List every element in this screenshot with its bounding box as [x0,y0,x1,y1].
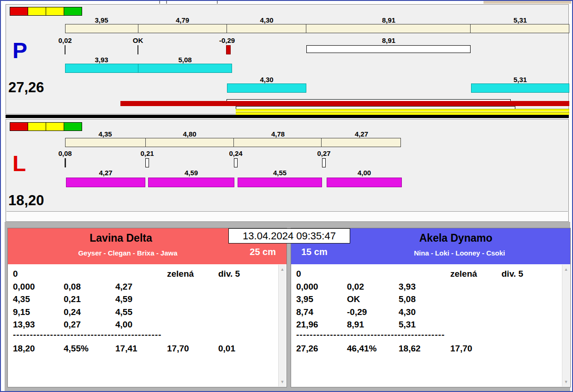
table-cell: 0 [13,269,18,279]
status-lights [10,122,82,131]
team-name: Lavina Delta [8,232,234,244]
table-cell: 0 [296,269,301,279]
ruler-segment [66,138,146,147]
fault-marker [226,45,231,54]
table-cell: 5,08 [399,294,416,304]
split-label: -0,29 [213,37,241,44]
light-green [64,7,82,16]
race-timestamp: 13.04.2024 09:35:47 [228,228,350,244]
table-summary-cell: 18,20 [13,344,35,354]
table-cell: 5,31 [399,320,416,330]
leg-time-label: 5,08 [138,56,232,64]
leg-time-bar [148,178,234,187]
ruler-segment [471,24,569,33]
scroll-up-icon[interactable]: ▲ [279,266,286,273]
table-cell: -0,29 [347,307,367,317]
table-cell: 3,95 [296,294,313,304]
ruler-segment [306,24,471,33]
ruler-segment-label: 3,95 [65,17,138,24]
window-fragment-tick [166,1,167,4]
leg-time-bar [227,83,306,93]
split-tick [65,158,66,167]
table-cell: 0,24 [64,307,81,317]
table-cell: 0,27 [64,320,81,330]
light-yellow [28,7,46,16]
light-yellow [46,7,64,16]
leg-time-bar [327,178,402,187]
table-summary-cell: 0,01 [218,344,235,354]
status-lights [10,7,82,16]
table-cell: 13,93 [13,320,35,330]
lane-l-substrip [6,211,568,221]
light-red [10,122,28,131]
progress-red-bar [120,101,569,106]
table-cell: 0,000 [296,282,318,292]
window-fragment-tick [159,1,160,4]
table-cell: 0,02 [347,282,364,292]
split-tick [137,45,138,54]
ruler-segment-label: 4,30 [227,17,306,24]
light-yellow [28,122,46,131]
ruler-segment-label: 4,27 [322,131,401,138]
table-cell: div. 5 [218,269,240,279]
table-summary-cell: 17,70 [450,344,472,354]
light-yellow [46,122,64,131]
ruler-segment-label: 4,78 [234,131,322,138]
ruler-segment [234,138,322,147]
left-team-panel: Lavina Delta Geyser - Clegan - Brixa - J… [7,228,287,387]
ruler-segment-label: 4,79 [138,17,227,24]
leg-time-bar [138,64,232,73]
table-cell: 4,27 [115,282,132,292]
window-fragment [483,1,571,4]
lane-l-letter: L [12,153,26,175]
lane-l-panel: 4,35 4,80 4,78 4,27 0,08 0,21 0,24 0,27 … [6,119,569,222]
ruler-segment [322,138,400,147]
window-top-strip [1,1,572,4]
table-separator: ----------------------------------------… [13,330,161,340]
jump-height-label: 25 cm [250,247,276,257]
table-cell: 8,74 [296,307,313,317]
table-summary-cell: 27,26 [296,344,318,354]
table-summary-cell: 4,55% [64,344,89,354]
cumulative-time-ruler [65,24,569,33]
light-red [10,7,28,16]
cumulative-time-ruler [65,138,401,147]
leg-time-label: 3,93 [65,56,138,64]
table-cell: 0,21 [64,294,81,304]
ruler-segment [227,24,306,33]
table-summary-cell: 46,41% [347,344,376,354]
split-label: 0,02 [51,37,79,44]
table-cell: 9,15 [13,307,30,317]
table-cell: 3,93 [399,282,416,292]
split-label: OK [124,37,152,44]
ruler-segment [146,138,234,147]
table-summary-cell: 18,62 [399,344,421,354]
right-table-scrollbar[interactable]: ▲ ▼ [562,265,570,386]
progress-yellow-bar [236,109,569,112]
ruler-segment [138,24,227,33]
lane-p-panel: 3,95 4,79 4,30 8,91 5,31 0,02 OK -0,29 8… [6,4,569,114]
ruler-segment-label: 4,80 [145,131,234,138]
leg-time-bar [471,83,569,93]
table-separator: ----------------------------------------… [296,330,445,340]
split-label: 0,08 [51,150,79,157]
ruler-segment-label: 8,91 [306,17,471,24]
leg-time-label: 4,00 [327,169,402,177]
team-members: Geyser - Clegan - Brixa - Jawa [8,249,248,257]
table-cell: 8,91 [347,320,364,330]
scroll-down-icon[interactable]: ▼ [562,378,570,386]
left-results-table: 0 zelená div. 5 0,000 0,08 4,27 4,35 0,2… [8,264,286,387]
lane-p-letter: P [12,40,27,62]
lane-l-total-time: 18,20 [8,193,44,208]
left-table-scrollbar[interactable]: ▲ ▼ [278,265,286,386]
scroll-down-icon[interactable]: ▼ [279,378,286,386]
leg-time-label: 4,30 [227,76,306,83]
lane-p-total-time: 27,26 [8,80,44,95]
light-green [64,122,82,131]
table-cell: 4,55 [115,307,132,317]
table-cell: div. 5 [501,269,523,279]
leg-time-label: 4,59 [148,169,234,177]
table-cell: 4,35 [13,294,30,304]
leg-time-bar [66,178,145,187]
scroll-up-icon[interactable]: ▲ [562,266,570,273]
